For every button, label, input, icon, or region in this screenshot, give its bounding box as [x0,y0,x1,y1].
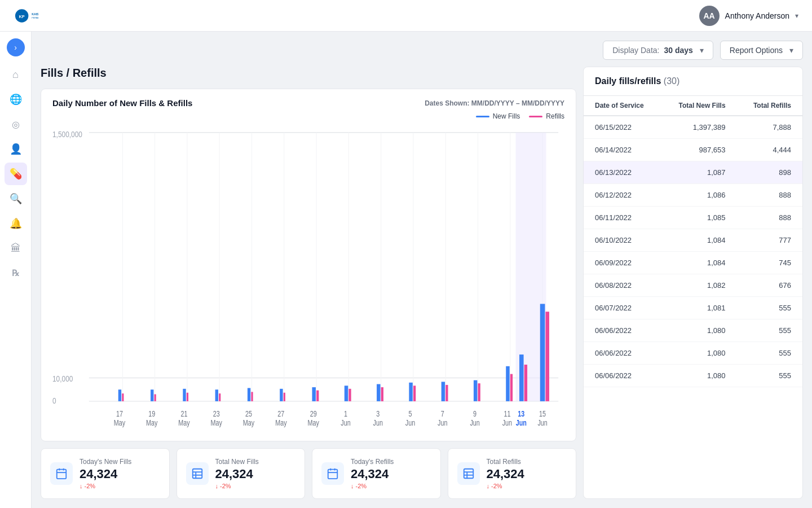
cell-refills: 4,444 [737,139,802,161]
svg-rect-41 [377,384,380,401]
col-date: Date of Service [584,96,661,116]
pills-icon: 💊 [10,168,22,180]
table-title: Daily fills/refills [595,76,661,86]
display-data-prefix: Display Data: [612,46,659,55]
content-area: Display Data: 30 days ▾ Report Options ▾… [32,32,812,508]
main-panel: Fills / Refills Daily Number of New Fill… [41,67,803,499]
legend-new-fills-line [476,116,489,117]
svg-text:1,500,000: 1,500,000 [52,130,82,139]
stat-icon-total-new-fills [186,462,209,485]
stat-change-total-new-fills: ↓ -2% [215,483,259,489]
svg-text:Jun: Jun [405,418,416,427]
sidebar-item-bank[interactable]: 🏛 [5,237,27,260]
report-options-dropdown[interactable]: Report Options ▾ [720,41,803,60]
svg-rect-31 [215,389,218,401]
bank-icon: 🏛 [11,243,21,255]
svg-text:May: May [114,418,126,427]
bell-icon: 🔔 [10,217,22,230]
stat-info-total-refills: Total Refills 24,324 ↓ -2% [487,458,524,489]
cell-new-fills: 1,082 [661,274,737,297]
legend-refills-line [529,116,542,117]
cell-date: 06/12/2022 [584,184,661,207]
kaiser-logo-icon: KP KAISER PERMANENTE [14,6,38,26]
chart-container: 1,500,000 10,000 0 [41,125,576,441]
cell-date: 06/13/2022 [584,161,661,184]
stat-icon-today-refills [321,462,344,485]
table-row: 06/06/2022 1,080 555 [584,342,802,365]
sidebar-item-pills[interactable]: 💊 [5,163,27,185]
svg-text:9: 9 [473,410,476,419]
display-data-dropdown[interactable]: Display Data: 30 days ▾ [603,41,713,60]
chart-section: Daily Number of New Fills & Refills Date… [41,89,576,441]
svg-text:Jun: Jun [373,418,383,427]
chart-legend: New Fills Refills [52,112,564,120]
svg-text:15: 15 [539,410,546,419]
cell-date: 06/09/2022 [584,252,661,274]
sidebar-item-globe[interactable]: 🌐 [5,88,27,111]
fills-table: Date of Service Total New Fills Total Re… [584,96,802,387]
svg-rect-30 [187,393,188,401]
svg-rect-25 [118,389,121,401]
table-container[interactable]: Date of Service Total New Fills Total Re… [584,96,802,498]
svg-text:13: 13 [518,410,524,419]
cell-refills: 777 [737,229,802,252]
legend-new-fills-label: New Fills [493,112,520,120]
sidebar-toggle-button[interactable]: › [7,38,25,56]
stats-row: Today's New Fills 24,324 ↓ -2% [41,448,576,499]
svg-text:KP: KP [19,14,25,19]
page-title: Fills / Refills [41,67,576,80]
cell-refills: 7,888 [737,116,802,139]
report-options-label: Report Options [730,46,783,55]
chart-svg: 1,500,000 10,000 0 [52,125,564,436]
stat-value-total-refills: 24,324 [487,467,524,481]
sidebar-item-search[interactable]: 🔍 [5,187,27,210]
svg-text:23: 23 [213,410,220,419]
sidebar-item-rx[interactable]: ℞ [5,262,27,284]
table-header-row: Date of Service Total New Fills Total Re… [584,96,802,116]
display-data-chevron-icon: ▾ [700,46,704,55]
svg-text:Jun: Jun [438,418,448,427]
svg-text:27: 27 [277,410,284,419]
user-menu[interactable]: AA Anthony Anderson ▾ [699,6,798,26]
stat-card-total-new-fills: Total New Fills 24,324 ↓ -2% [176,448,306,499]
cell-new-fills: 1,084 [661,252,737,274]
svg-text:0: 0 [52,396,56,406]
table-row: 06/13/2022 1,087 898 [584,161,802,184]
svg-text:Jun: Jun [502,418,513,427]
svg-text:5: 5 [409,410,412,419]
chart-dates: Dates Shown: MM/DD/YYYY – MM/DD/YYYY [425,99,564,107]
people-circle-icon: ◎ [12,119,20,130]
cell-date: 06/07/2022 [584,297,661,319]
svg-rect-33 [248,388,250,401]
svg-text:May: May [178,418,190,427]
svg-rect-36 [284,393,285,401]
cell-refills: 676 [737,274,802,297]
sidebar-item-person[interactable]: 👤 [5,138,27,160]
sidebar-item-home[interactable]: ⌂ [5,63,27,86]
svg-text:May: May [146,418,158,427]
cell-refills: 555 [737,365,802,387]
chart-dates-label: Dates Shown: [425,99,469,107]
stat-label-total-new-fills: Total New Fills [215,458,259,466]
app-header: KP KAISER PERMANENTE AA Anthony Anderson… [0,0,812,32]
cell-refills: 555 [737,297,802,319]
cell-new-fills: 1,080 [661,342,737,365]
svg-rect-45 [442,382,445,401]
sidebar-item-people-circle[interactable]: ◎ [5,113,27,135]
svg-rect-46 [445,385,448,401]
svg-text:7: 7 [441,410,444,419]
svg-rect-85 [57,470,67,479]
svg-text:Jun: Jun [537,418,548,427]
svg-text:May: May [307,418,319,427]
home-icon: ⌂ [12,69,19,81]
stat-value-today-refills: 24,324 [351,467,394,481]
svg-rect-39 [345,386,348,401]
cell-date: 06/11/2022 [584,207,661,229]
table-row: 06/14/2022 987,653 4,444 [584,139,802,161]
svg-text:25: 25 [245,410,252,419]
controls-bar: Display Data: 30 days ▾ Report Options ▾ [41,41,803,60]
avatar: AA [699,6,720,26]
search-icon: 🔍 [10,192,22,205]
sidebar-item-bell[interactable]: 🔔 [5,212,27,235]
chevron-right-icon: › [14,43,17,52]
